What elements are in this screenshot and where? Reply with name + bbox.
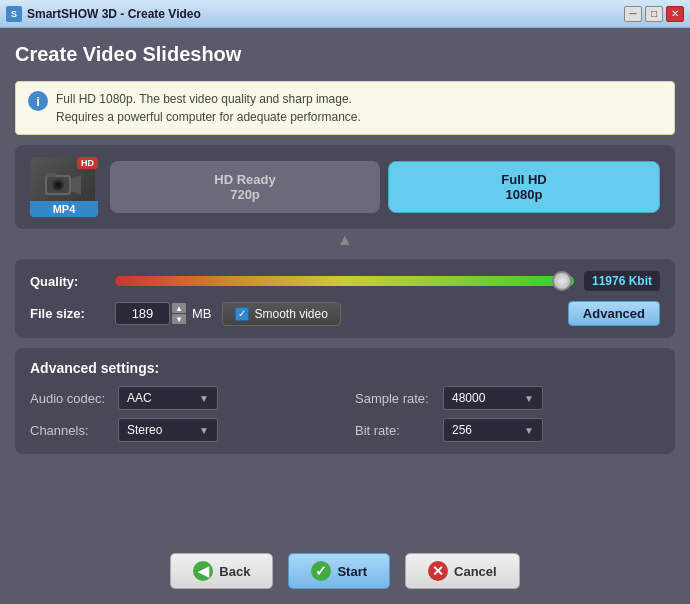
cancel-button[interactable]: ✕ Cancel [405, 553, 520, 589]
full-hd-button[interactable]: Full HD1080p [388, 161, 660, 213]
info-box: i Full HD 1080p. The best video quality … [15, 81, 675, 135]
quality-value: 11976 Kbit [584, 271, 660, 291]
quality-track[interactable] [115, 276, 574, 286]
cancel-label: Cancel [454, 564, 497, 579]
info-icon: i [28, 91, 48, 111]
quality-section: Quality: 11976 Kbit File size: ▲ ▼ MB ✓ … [15, 259, 675, 338]
quality-slider-wrap[interactable] [115, 271, 574, 291]
sample-rate-value: 48000 [452, 391, 485, 405]
camera-svg [43, 167, 83, 202]
advanced-settings-title: Advanced settings: [30, 360, 660, 376]
audio-codec-row: Audio codec: AAC ▼ [30, 386, 335, 410]
sample-rate-row: Sample rate: 48000 ▼ [355, 386, 660, 410]
back-label: Back [219, 564, 250, 579]
sample-rate-arrow-icon: ▼ [524, 393, 534, 404]
filesize-input-wrap: ▲ ▼ MB [115, 302, 212, 325]
filesize-spinners: ▲ ▼ [172, 303, 186, 324]
bottom-bar: ◀ Back ✓ Start ✕ Cancel [15, 548, 675, 589]
title-bar-controls: ─ □ ✕ [624, 6, 684, 22]
info-text: Full HD 1080p. The best video quality an… [56, 90, 361, 126]
sample-rate-label: Sample rate: [355, 391, 435, 406]
main-content: Create Video Slideshow i Full HD 1080p. … [0, 28, 690, 604]
smooth-video-button[interactable]: ✓ Smooth video [222, 302, 341, 326]
sample-rate-select[interactable]: 48000 ▼ [443, 386, 543, 410]
hd-badge: HD [77, 157, 98, 169]
format-arrow: ▲ [15, 231, 675, 249]
page-title: Create Video Slideshow [15, 43, 675, 66]
smooth-video-label: Smooth video [255, 307, 328, 321]
audio-codec-arrow-icon: ▼ [199, 393, 209, 404]
cancel-icon: ✕ [428, 561, 448, 581]
close-button[interactable]: ✕ [666, 6, 684, 22]
filesize-row: File size: ▲ ▼ MB ✓ Smooth video Advance… [30, 301, 660, 326]
channels-value: Stereo [127, 423, 162, 437]
start-icon: ✓ [311, 561, 331, 581]
title-bar: S SmartSHOW 3D - Create Video ─ □ ✕ [0, 0, 690, 28]
back-button[interactable]: ◀ Back [170, 553, 273, 589]
format-options: HD Ready720p Full HD1080p [110, 161, 660, 213]
svg-rect-6 [46, 173, 56, 177]
bitrate-row: Bit rate: 256 ▼ [355, 418, 660, 442]
channels-select[interactable]: Stereo ▼ [118, 418, 218, 442]
maximize-button[interactable]: □ [645, 6, 663, 22]
app-title: SmartSHOW 3D - Create Video [27, 7, 201, 21]
format-section: HD MP4 HD Ready720p Full HD1080p [15, 145, 675, 229]
bitrate-label: Bit rate: [355, 423, 435, 438]
mb-label: MB [192, 306, 212, 321]
title-bar-left: S SmartSHOW 3D - Create Video [6, 6, 201, 22]
smooth-video-checkbox: ✓ [235, 307, 249, 321]
bitrate-value: 256 [452, 423, 472, 437]
hd-ready-button[interactable]: HD Ready720p [110, 161, 380, 213]
quality-label: Quality: [30, 274, 105, 289]
quality-thumb[interactable] [552, 271, 572, 291]
mp4-label: MP4 [30, 201, 98, 217]
filesize-label: File size: [30, 306, 105, 321]
channels-row: Channels: Stereo ▼ [30, 418, 335, 442]
bitrate-select[interactable]: 256 ▼ [443, 418, 543, 442]
channels-label: Channels: [30, 423, 110, 438]
svg-point-4 [56, 183, 60, 187]
audio-codec-value: AAC [127, 391, 152, 405]
channels-arrow-icon: ▼ [199, 425, 209, 436]
filesize-up-button[interactable]: ▲ [172, 303, 186, 313]
start-button[interactable]: ✓ Start [288, 553, 390, 589]
audio-codec-label: Audio codec: [30, 391, 110, 406]
filesize-down-button[interactable]: ▼ [172, 314, 186, 324]
settings-grid: Audio codec: AAC ▼ Sample rate: 48000 ▼ … [30, 386, 660, 442]
start-label: Start [337, 564, 367, 579]
back-icon: ◀ [193, 561, 213, 581]
advanced-section: Advanced settings: Audio codec: AAC ▼ Sa… [15, 348, 675, 454]
filesize-input[interactable] [115, 302, 170, 325]
minimize-button[interactable]: ─ [624, 6, 642, 22]
audio-codec-select[interactable]: AAC ▼ [118, 386, 218, 410]
quality-row: Quality: 11976 Kbit [30, 271, 660, 291]
video-icon-wrap: HD MP4 [30, 157, 100, 217]
bitrate-arrow-icon: ▼ [524, 425, 534, 436]
app-icon: S [6, 6, 22, 22]
svg-marker-5 [71, 175, 81, 195]
advanced-button[interactable]: Advanced [568, 301, 660, 326]
